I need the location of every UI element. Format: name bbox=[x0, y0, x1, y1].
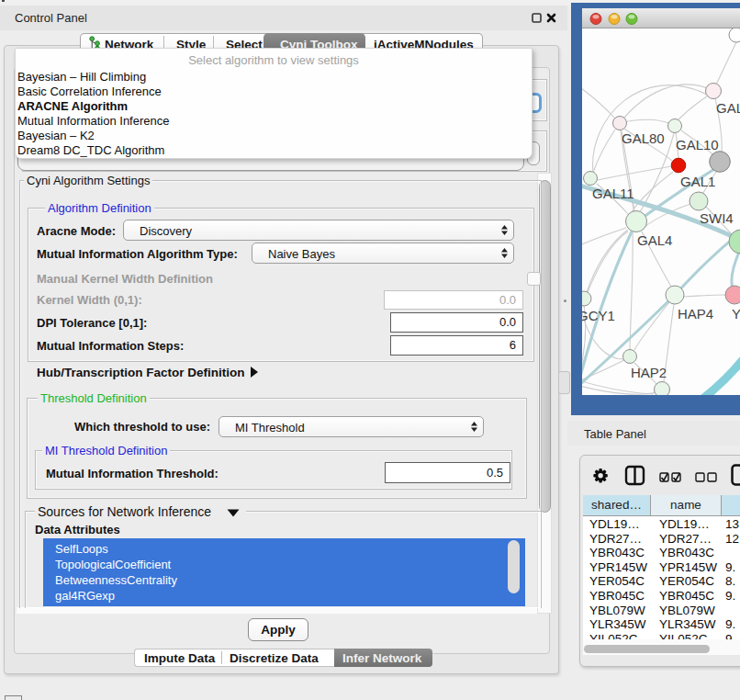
svg-text:SWI4: SWI4 bbox=[700, 210, 734, 226]
svg-text:GAL1: GAL1 bbox=[680, 174, 715, 189]
svg-text:GCY1: GCY1 bbox=[582, 308, 615, 323]
svg-text:HAP4: HAP4 bbox=[678, 306, 713, 322]
svg-text:GAL4: GAL4 bbox=[637, 232, 672, 248]
svg-text:YD: YD bbox=[732, 306, 740, 322]
svg-text:GAL80: GAL80 bbox=[622, 130, 665, 146]
svg-text:GAL7: GAL7 bbox=[716, 100, 740, 116]
svg-text:HAP2: HAP2 bbox=[631, 365, 667, 380]
svg-text:GAL11: GAL11 bbox=[592, 186, 634, 201]
svg-text:GAL10: GAL10 bbox=[676, 137, 719, 152]
